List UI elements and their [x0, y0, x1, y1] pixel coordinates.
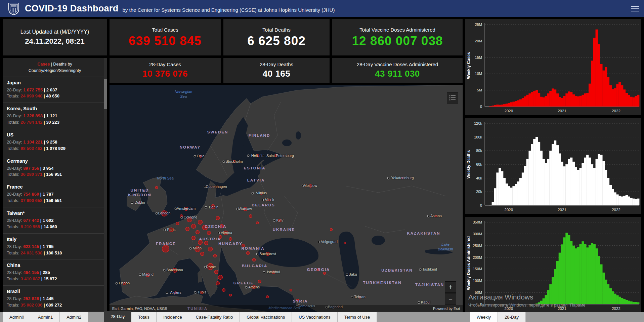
country-list-item[interactable]: France28-Day: 754 860 | 1 787Totals: 37 … [3, 181, 107, 207]
tab-admin1[interactable]: Admin1 [31, 312, 60, 322]
y-axis-tick-label: 0 [480, 105, 482, 109]
country-name: Japan [7, 79, 103, 86]
y-axis-title: Weekly Cases [466, 52, 471, 79]
total-cases-label: Total Cases [152, 27, 178, 33]
y-axis-tick-label: 25M [475, 23, 482, 27]
weekly-doses-chart[interactable]: 050M100M150M200M250M300M350M202020212022… [465, 217, 641, 313]
weekly-deaths-chart[interactable]: 020k40k60k80k100k120k202020212022Weekly … [465, 118, 641, 214]
dashboard-content: Last Updated at (M/D/YYYY) 24.11.2022, 0… [0, 17, 644, 312]
x-axis-year-label: 2022 [612, 307, 620, 311]
y-axis-tick-label: 20k [476, 190, 482, 194]
country-name: Taiwan* [7, 210, 103, 217]
country-totals-line: Totals: 24 031 538 | 180 518 [7, 250, 103, 256]
tab-case-fatality-ratio[interactable]: Case-Fatality Ratio [189, 312, 240, 322]
country-list-scrollbar-thumb[interactable] [104, 79, 107, 109]
legend-button[interactable] [447, 92, 458, 103]
28day-cases-value: 10 376 076 [142, 69, 188, 79]
country-list-item[interactable]: US28-Day: 1 104 221 | 9 258Totals: 98 50… [3, 129, 107, 155]
28day-deaths-card: 28-Day Deaths 40 165 [223, 58, 330, 83]
map-canvas[interactable] [110, 85, 463, 312]
total-deaths-value: 6 625 802 [247, 34, 306, 48]
28day-deaths-value: 40 165 [263, 69, 291, 79]
world-map[interactable]: Norwegian SeaSWEDENFINLANDNORWAYOsloHels… [110, 85, 463, 312]
country-name: Italy [7, 236, 103, 243]
country-totals-line: Totals: 36 280 371 | 156 951 [7, 171, 103, 178]
y-axis-tick-label: 120k [474, 121, 482, 125]
y-axis-tick-label: 300M [473, 232, 482, 236]
hamburger-menu-icon[interactable] [631, 4, 639, 13]
y-axis-tick-label: 0 [480, 203, 482, 207]
y-axis-tick-label: 40k [476, 176, 482, 180]
y-axis-tick-label: 10M [475, 72, 482, 76]
zoom-in-button[interactable]: + [445, 282, 456, 292]
country-list-item[interactable]: Greece28-Day: 225 306 | 604Totals: 5 360… [3, 312, 107, 312]
minus-icon: − [448, 295, 453, 303]
28day-deaths-label: 28-Day Deaths [260, 62, 293, 67]
country-totals-line: Totals: 24 090 948 | 48 650 [7, 93, 103, 99]
last-updated-value: 24.11.2022, 08:21 [25, 37, 84, 46]
tab-global-vaccinations[interactable]: Global Vaccinations [240, 312, 292, 322]
chart-period-tabs: Weekly28-Day [470, 312, 526, 322]
country-name: US [7, 131, 103, 138]
plus-icon: + [448, 283, 453, 291]
country-list-item[interactable]: Taiwan*28-Day: 677 442 | 1 602Totals: 8 … [3, 207, 107, 233]
map-attribution: Esri, Garmin, FAO, NOAA, USGS [112, 307, 167, 311]
country-28day-line: 28-Day: 623 145 | 1 765 [7, 244, 103, 250]
28day-vaccine-doses-label: 28-Day Vaccine Doses Administered [357, 62, 438, 67]
y-axis-tick-label: 60k [476, 162, 482, 166]
28day-cases-label: 28-Day Cases [149, 62, 181, 67]
tab-28-day[interactable]: 28-Day [104, 311, 131, 322]
country-28day-line: 28-Day: 1 872 755 | 2 037 [7, 87, 103, 93]
tab-us-vaccinations[interactable]: US Vaccinations [292, 312, 337, 322]
country-name: Korea, South [7, 105, 103, 112]
28day-vaccine-doses-card: 28-Day Vaccine Doses Administered 43 911… [332, 58, 463, 83]
chart-period-tab-weekly[interactable]: Weekly [470, 312, 498, 322]
total-cases-card: Total Cases 639 510 845 [110, 19, 221, 55]
x-axis-year-label: 2020 [505, 208, 513, 212]
country-list-item[interactable]: Italy28-Day: 623 145 | 1 765Totals: 24 0… [3, 233, 107, 259]
28day-vaccine-doses-value: 43 911 030 [375, 69, 420, 79]
last-updated-card: Last Updated at (M/D/YYYY) 24.11.2022, 0… [3, 19, 107, 55]
country-28day-line: 28-Day: 1 328 898 | 1 121 [7, 113, 103, 119]
country-28day-line: 28-Day: 1 104 221 | 9 258 [7, 139, 103, 146]
tab-admin2[interactable]: Admin2 [60, 312, 88, 322]
country-28day-line: 28-Day: 754 860 | 1 787 [7, 191, 103, 198]
country-28day-line: 28-Day: 464 155 | 285 [7, 270, 103, 276]
total-vaccine-doses-value: 12 860 007 038 [352, 34, 443, 48]
zoom-out-button[interactable]: − [445, 294, 456, 305]
tab-totals[interactable]: Totals [131, 312, 157, 322]
page-subtitle: by the Center for Systems Science and En… [122, 5, 335, 13]
country-list-item[interactable]: Korea, South28-Day: 1 328 898 | 1 121Tot… [3, 103, 107, 129]
app-header: COVID-19 Dashboard by the Center for Sys… [0, 0, 644, 17]
powered-by-esri: Powered by Esri [433, 307, 460, 311]
y-axis-tick-label: 100M [473, 279, 482, 283]
total-deaths-card: Total Deaths 6 625 802 [223, 19, 330, 55]
country-list-panel[interactable]: Cases | Deaths by Country/Region/Soverei… [3, 58, 107, 312]
country-totals-line: Totals: 8 210 955 | 14 060 [7, 224, 103, 230]
bottom-tab-bar: Admin0Admin1Admin228-DayTotalsIncidenceC… [0, 312, 644, 322]
weekly-cases-chart[interactable]: 05M10M15M20M25M202020212022Weekly Cases [465, 19, 641, 115]
country-name: Brazil [7, 288, 103, 295]
y-axis-tick-label: 50M [475, 290, 482, 294]
country-name: Germany [7, 158, 103, 165]
tab-admin0[interactable]: Admin0 [3, 312, 31, 322]
tab-incidence[interactable]: Incidence [157, 312, 189, 322]
country-list-item[interactable]: Brazil28-Day: 252 828 | 1 445Totals: 35 … [3, 285, 107, 312]
jhu-shield-icon [8, 2, 19, 15]
x-axis-year-label: 2020 [505, 307, 513, 311]
country-28day-line: 28-Day: 252 828 | 1 445 [7, 296, 103, 302]
chart-period-tab-28-day[interactable]: 28-Day [498, 312, 526, 322]
y-axis-tick-label: 15M [475, 55, 482, 59]
tab-terms-of-use[interactable]: Terms of Use [338, 312, 377, 322]
country-list-item[interactable]: China28-Day: 464 155 | 285Totals: 3 410 … [3, 259, 107, 285]
country-totals-line: Totals: 26 784 142 | 30 223 [7, 119, 103, 126]
x-axis-year-label: 2021 [558, 208, 566, 212]
country-list-header: Cases | Deaths by Country/Region/Soverei… [3, 58, 107, 77]
country-list-item[interactable]: Germany28-Day: 897 356 | 3 954Totals: 36… [3, 155, 107, 181]
y-axis-tick-label: 5M [477, 88, 482, 92]
country-list-item[interactable]: Japan28-Day: 1 872 755 | 2 037Totals: 24… [3, 77, 107, 103]
y-axis-tick-label: 250M [473, 244, 482, 248]
28day-stat-row: 28-Day Cases 10 376 076 28-Day Deaths 40… [110, 58, 463, 83]
country-totals-line: Totals: 98 503 462 | 1 078 929 [7, 146, 103, 152]
x-axis-year-label: 2022 [612, 208, 620, 212]
